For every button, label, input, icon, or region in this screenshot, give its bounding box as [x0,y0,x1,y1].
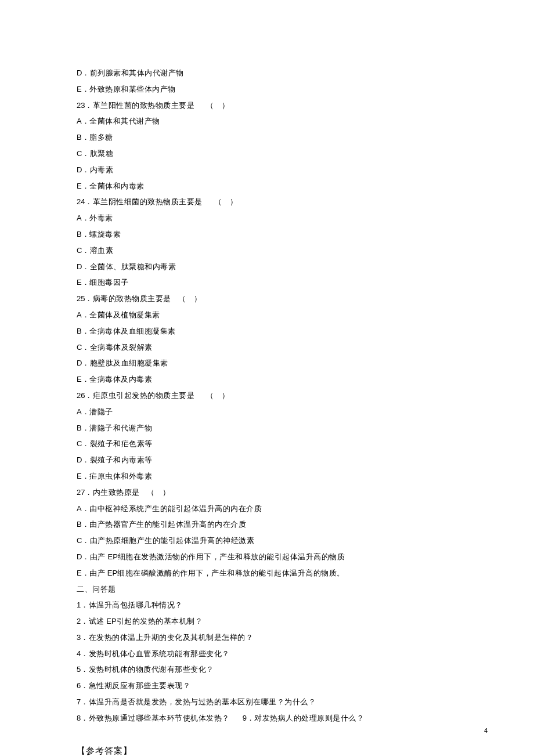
question-text: ．在发热的体温上升期的变化及其机制是怎样的？ [81,633,253,642]
option-text: 由产 [89,569,105,577]
option-label-E: E [77,85,82,93]
essay-question: 5．发热时机体的物质代谢有那些变化？ [77,661,459,678]
question-stem: 25．病毒的致热物质主要是（ ） [77,291,459,307]
option: A．全菌体及植物凝集素 [77,307,459,323]
option-text: 潜隐子和代谢产物 [89,424,152,432]
option: D．裂殖子和内毒素等 [77,452,459,468]
option-text: 裂殖子和疟色素等 [90,439,153,448]
option-text: 全菌体及植物凝集素 [89,310,160,319]
option: E．由产 EP细胞在磷酸激酶的作用下，产生和释放的能引起体温升高的物质。 [77,565,459,581]
option: E．细胞毒因子 [77,274,459,291]
ep-label: EP [104,617,117,625]
question-text: ．体温升高是否就是发热，发热与过热的基本区别在哪里？为什么？ [81,697,316,706]
option: D．内毒素 [77,162,459,178]
question-text: 引起的发热的基本机制？ [117,617,203,625]
stem-text: ．内生致热原是 [85,488,140,497]
option: A．潜隐子 [77,404,459,420]
option: A．由中枢神经系统产生的能引起体温升高的内在介质 [77,501,459,517]
option-text: 全病毒体及血细胞凝集素 [89,327,176,335]
option: C．全病毒体及裂解素 [77,339,459,356]
option-label-A: A [77,504,82,513]
question-stem: 23．革兰阳性菌的致热物质主要是（ ） [77,97,459,114]
option-text: 外致热原和某些体内产物 [89,85,176,93]
option: C．裂殖子和疟色素等 [77,436,459,452]
option-label-B: B [77,133,82,142]
option-label-A: A [77,214,82,222]
option-text: 由产热原细胞产生的能引起体温升高的神经激素 [90,536,255,545]
option-text: 前列腺素和其体内代谢产物 [90,68,184,77]
essay-question: 1．体温升高包括哪几种情况？ [77,597,459,613]
option: D．由产 EP细胞在发热激活物的作用下，产生和释放的能引起体温升高的物质 [77,549,459,565]
option-label-A: A [77,407,82,416]
blank-paren: （ ） [178,294,202,303]
option-label-D: D [77,359,82,367]
option-text: 潜隐子 [89,407,113,416]
question-text: ．外致热原通过哪些基本环节使机体发热？ [81,714,230,722]
essay-question: 7．体温升高是否就是发热，发热与过热的基本区别在哪里？为什么？ [77,694,459,710]
answers-heading: 【参考答案】 [77,743,459,756]
option-label-D: D [77,552,82,561]
question-text: ．发热时机体心血管系统功能有那些变化？ [81,649,230,658]
option-text: 细胞在发热激活物的作用下，产生和释放的能引起体温升高的物质 [118,552,345,561]
option-label-C: C [77,439,82,448]
question-text: ．发热时机体的物质代谢有那些变化？ [81,665,214,674]
option: E．全菌体和内毒素 [77,178,459,194]
question-text: ．急性期反应有那些主要表现？ [81,681,190,690]
option-label-B: B [77,520,82,529]
document-page: D．前列腺素和其体内代谢产物 E．外致热原和某些体内产物 23．革兰阳性菌的致热… [0,0,534,756]
option-label-C: C [77,536,82,545]
question-text: ．体温升高包括哪几种情况？ [81,601,183,609]
blank-paren: （ ） [147,488,171,497]
option: A．全菌体和其代谢产物 [77,113,459,129]
ep-label: EP [106,552,118,561]
question-number: 23 [77,101,85,110]
option: B．脂多糖 [77,129,459,146]
question-number: 27 [77,488,85,497]
option-text: 细胞毒因子 [89,278,129,287]
option-label-E: E [77,182,82,190]
blank-paren: （ ） [206,391,230,400]
option: C．溶血素 [77,243,459,259]
stem-text: ．革兰阳性菌的致热物质主要是 [85,101,194,110]
option-text: 全菌体、肽聚糖和内毒素 [90,262,176,271]
option-text: 肽聚糖 [90,149,114,158]
option-label-D: D [77,262,82,271]
question-number: 24 [77,197,85,206]
option-text: 螺旋毒素 [89,230,121,238]
question-stem: 26．疟原虫引起发热的物质主要是（ ） [77,388,459,404]
option-label-A: A [77,117,82,125]
option-text: 裂殖子和内毒素等 [90,455,153,464]
essay-question: 8．外致热原通过哪些基本环节使机体发热？9．对发热病人的处理原则是什么？ [77,710,459,726]
option-text: 疟原虫体和外毒素 [89,472,152,480]
option-label-D: D [77,455,82,464]
option-label-E: E [77,375,82,384]
essay-question: 4．发热时机体心血管系统功能有那些变化？ [77,646,459,662]
essay-question: 3．在发热的体温上升期的变化及其机制是怎样的？ [77,630,459,646]
option-text: 由产 [90,552,106,561]
option-text: 外毒素 [89,214,113,222]
question-stem: 27．内生致热原是（ ） [77,484,459,501]
essay-question: 6．急性期反应有那些主要表现？ [77,678,459,694]
option: B．全病毒体及血细胞凝集素 [77,323,459,339]
option-text: 由产热器官产生的能引起体温升高的内在介质 [89,520,246,529]
option-text: 细胞在磷酸激酶的作用下，产生和释放的能引起体温升高的物质。 [117,569,345,577]
question-stem: 24．革兰阴性细菌的致热物质主要是（ ） [77,194,459,210]
question-number: 9 [243,714,247,722]
option-label-A: A [77,310,82,319]
ep-label: EP [105,569,117,577]
option-text: 由中枢神经系统产生的能引起体温升高的内在介质 [89,504,262,513]
blank-paren: （ ） [214,197,238,206]
option: D．胞壁肽及血细胞凝集素 [77,355,459,371]
question-text: ．试述 [81,617,104,625]
option: E．外致热原和某些体内产物 [77,81,459,97]
option-text: 溶血素 [90,246,114,255]
option-text: 内毒素 [90,165,114,174]
option-text: 全病毒体及裂解素 [90,343,153,352]
option-label-C: C [77,246,82,255]
question-number: 26 [77,391,85,400]
option-text: 全菌体和内毒素 [89,182,145,190]
essay-question: 2．试述 EP引起的发热的基本机制？ [77,613,459,630]
option: C．由产热原细胞产生的能引起体温升高的神经激素 [77,533,459,549]
option: D．前列腺素和其体内代谢产物 [77,65,459,81]
option: E．疟原虫体和外毒素 [77,468,459,484]
